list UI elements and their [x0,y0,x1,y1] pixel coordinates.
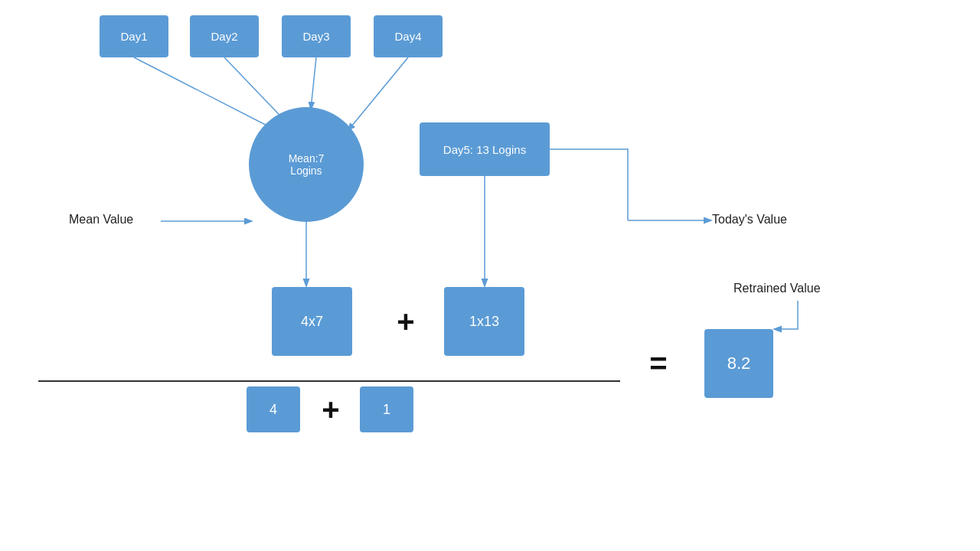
svg-line-3 [348,57,408,130]
todays-value-label: Today's Value [712,213,787,227]
svg-line-0 [134,57,283,134]
result-box: 8.2 [704,329,773,398]
day1-box: Day1 [100,15,168,57]
plus-bottom-operator: + [308,390,354,429]
day4-box: Day4 [374,15,443,57]
mean-circle: Mean:7Logins [249,107,364,222]
calc1-box: 4x7 [272,287,352,356]
divider-line [38,380,620,382]
equals-operator: = [628,341,689,386]
day3-box: Day3 [282,15,351,57]
day2-box: Day2 [190,15,259,57]
svg-line-2 [311,57,316,109]
denom2-box: 1 [360,386,413,432]
diagram-svg [0,0,980,551]
mean-value-label: Mean Value [69,213,133,227]
day5-box: Day5: 13 Logins [420,122,550,176]
retrained-value-label: Retrained Value [733,282,821,295]
plus-top-operator: + [375,298,436,344]
denom1-box: 4 [247,386,300,432]
calc2-box: 1x13 [444,287,524,356]
